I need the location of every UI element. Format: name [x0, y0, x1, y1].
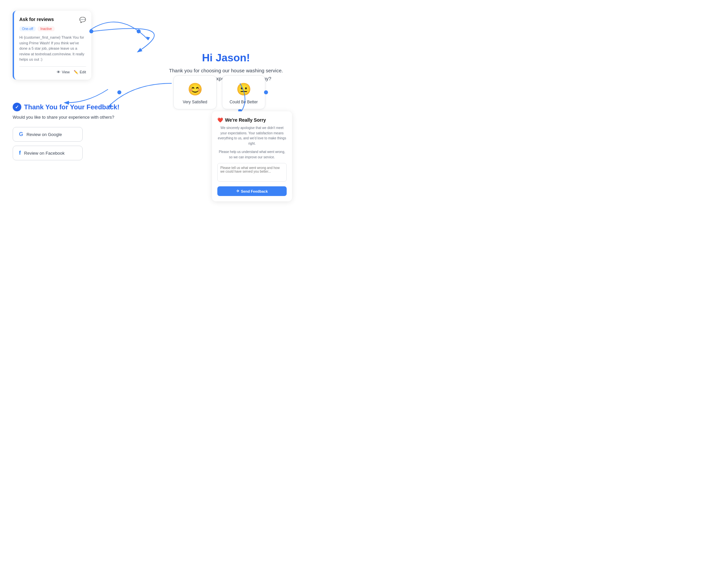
greeting-title: Hi Jason! [100, 52, 352, 64]
sorry-textarea[interactable] [217, 163, 287, 182]
neutral-label: Could Be Better [230, 100, 258, 104]
heart-icon: ❤️ [217, 117, 223, 123]
could-be-better-card[interactable]: 😐 Could Be Better [222, 75, 265, 109]
very-satisfied-card[interactable]: 😊 Very Satisfied [173, 75, 217, 109]
edit-button[interactable]: ✏️ Edit [74, 70, 86, 74]
connector-dot-sms [137, 29, 141, 33]
neutral-emoji: 😐 [236, 82, 251, 96]
send-icon: ✈ [236, 189, 239, 193]
connector-dot-sorry [264, 90, 268, 94]
badge-inactive: Inactive [38, 26, 54, 31]
chat-icon: 💬 [79, 17, 86, 23]
facebook-review-label: Review on Facebook [24, 151, 64, 156]
ask-reviews-card: Ask for reviews 💬 One-off Inactive Hi {c… [13, 10, 91, 80]
svg-marker-0 [146, 37, 150, 40]
thankyou-subtitle: Would you like to share your experience … [13, 115, 123, 120]
thankyou-title-row: ✓ Thank You for Your Feedback! [13, 103, 123, 111]
google-icon: G [19, 131, 23, 137]
card-actions: 👁 View ✏️ Edit [19, 70, 86, 74]
check-icon: ✓ [13, 103, 21, 111]
pencil-icon: ✏️ [74, 70, 78, 74]
sorry-title-text: We're Really Sorry [225, 117, 266, 123]
badge-oneoff: One-off [19, 26, 36, 31]
connector-dot-card [89, 29, 93, 33]
card-divider [19, 66, 86, 67]
google-review-label: Review on Google [26, 132, 62, 137]
card-title: Ask for reviews [19, 17, 54, 22]
sms-line1: Thank you for choosing our house washing… [100, 67, 352, 75]
emoji-choice-row: 😊 Very Satisfied 😐 Could Be Better [173, 75, 265, 109]
badge-row: One-off Inactive [19, 26, 86, 31]
sorry-body2: Please help us understand what went wron… [217, 149, 287, 160]
sorry-title-row: ❤️ We're Really Sorry [217, 117, 287, 123]
eye-icon: 👁 [57, 70, 60, 74]
card-header: Ask for reviews 💬 [19, 17, 86, 23]
google-review-button[interactable]: G Review on Google [13, 127, 83, 142]
sorry-section: ❤️ We're Really Sorry We sincerely apolo… [212, 111, 292, 201]
thankyou-title-text: Thank You for Your Feedback! [24, 103, 119, 111]
satisfied-label: Very Satisfied [183, 100, 207, 104]
connector-dot-emoji [117, 90, 121, 94]
facebook-review-button[interactable]: f Review on Facebook [13, 146, 83, 160]
facebook-icon: f [19, 150, 21, 156]
satisfied-emoji: 😊 [188, 82, 203, 96]
view-button[interactable]: 👁 View [57, 70, 70, 74]
send-feedback-button[interactable]: ✈ Send Feedback [217, 186, 287, 196]
card-body-text: Hi {customer_first_name} Thank You for u… [19, 35, 86, 62]
sorry-body1: We sincerely apologise that we didn't me… [217, 125, 287, 146]
send-label: Send Feedback [241, 189, 268, 193]
thankyou-section: ✓ Thank You for Your Feedback! Would you… [13, 103, 123, 164]
